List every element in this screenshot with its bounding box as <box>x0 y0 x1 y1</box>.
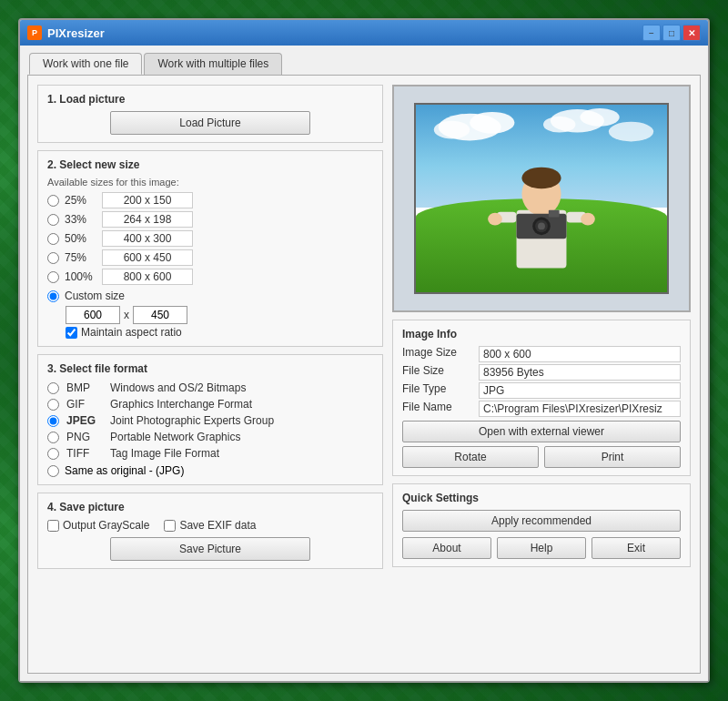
person-svg <box>416 105 667 292</box>
size-option-75: 75% 600 x 450 <box>47 249 373 267</box>
bottom-buttons: About Help Exit <box>402 537 681 559</box>
info-val-filename: C:\Program Files\PIXresizer\PIXresiz <box>479 401 681 417</box>
save-options: Output GrayScale Save EXIF data <box>47 519 373 532</box>
info-key-filename: File Name <box>402 401 475 417</box>
help-button[interactable]: Help <box>497 537 586 559</box>
size-section: 2. Select new size Available sizes for t… <box>37 150 383 347</box>
svg-point-10 <box>521 168 561 189</box>
maintain-aspect-label: Maintain aspect ratio <box>81 326 182 339</box>
grayscale-label: Output GrayScale <box>63 519 149 532</box>
section4-title: 4. Save picture <box>47 501 373 513</box>
section1-title: 1. Load picture <box>47 93 373 106</box>
about-button[interactable]: About <box>402 537 491 559</box>
info-key-filesize: File Size <box>402 364 475 381</box>
format-section: 3. Select file format BMP Windows and OS… <box>37 354 383 485</box>
format-jpeg: JPEG Joint Photographic Experts Group <box>47 413 373 428</box>
title-bar: P PIXresizer − □ ✕ <box>20 20 708 46</box>
custom-size-row: Custom size <box>47 290 373 302</box>
info-key-filetype: File Type <box>402 382 475 399</box>
exit-button[interactable]: Exit <box>592 537 681 559</box>
size-radio-25[interactable] <box>47 195 59 207</box>
format-radio-tiff[interactable] <box>47 448 59 460</box>
main-content: 1. Load picture Load Picture 2. Select n… <box>27 75 701 674</box>
close-button[interactable]: ✕ <box>682 25 701 41</box>
exif-option[interactable]: Save EXIF data <box>164 519 256 532</box>
format-radio-png[interactable] <box>47 432 59 443</box>
window-body: Work with one file Work with multiple fi… <box>20 46 708 681</box>
format-options: BMP Windows and OS/2 Bitmaps GIF Graphic… <box>47 381 373 461</box>
size-radio-100[interactable] <box>47 271 59 283</box>
svg-point-18 <box>538 222 545 229</box>
info-val-size: 800 x 600 <box>479 346 681 362</box>
size-radio-33[interactable] <box>47 214 59 226</box>
maintain-aspect-checkbox[interactable] <box>66 327 77 339</box>
load-section: 1. Load picture Load Picture <box>37 85 383 143</box>
app-icon: P <box>27 25 42 40</box>
save-section: 4. Save picture Output GrayScale Save EX… <box>37 493 383 569</box>
size-option-100: 100% 800 x 600 <box>47 268 373 286</box>
svg-point-13 <box>488 213 502 226</box>
exif-label: Save EXIF data <box>179 519 256 532</box>
sizes-label: Available sizes for this image: <box>47 177 373 188</box>
size-option-33: 33% 264 x 198 <box>47 210 373 229</box>
svg-rect-19 <box>549 210 560 218</box>
tabs-container: Work with one file Work with multiple fi… <box>24 49 704 75</box>
exif-checkbox[interactable] <box>164 520 176 532</box>
format-radio-gif[interactable] <box>47 399 59 411</box>
quick-settings-section: Quick Settings Apply recommended About H… <box>392 483 691 567</box>
custom-inputs: x <box>66 306 373 324</box>
format-png: PNG Portable Network Graphics <box>47 430 373 444</box>
size-option-25: 25% 200 x 150 <box>47 191 373 209</box>
preview-frame <box>392 85 691 312</box>
aspect-ratio-row: Maintain aspect ratio <box>66 326 373 339</box>
custom-width-input[interactable] <box>66 306 120 324</box>
maximize-button[interactable]: □ <box>662 25 681 41</box>
format-radio-jpeg[interactable] <box>47 415 59 427</box>
preview-canvas <box>416 105 667 292</box>
info-key-size: Image Size <box>402 346 475 362</box>
format-radio-same[interactable] <box>47 465 59 477</box>
svg-point-14 <box>581 213 595 226</box>
section3-title: 3. Select file format <box>47 362 373 375</box>
rotate-print-row: Rotate Print <box>402 446 681 468</box>
custom-height-input[interactable] <box>133 306 187 324</box>
right-panel: Image Info Image Size 800 x 600 File Siz… <box>392 85 691 664</box>
info-val-filetype: JPG <box>479 382 681 399</box>
rotate-button[interactable]: Rotate <box>402 446 539 468</box>
section2-title: 2. Select new size <box>47 158 373 171</box>
format-tiff: TIFF Tag Image File Format <box>47 446 373 461</box>
size-option-50: 50% 400 x 300 <box>47 229 373 248</box>
size-options: 25% 200 x 150 33% 264 x 198 50% 400 x 30… <box>47 191 373 286</box>
main-window: P PIXresizer − □ ✕ Work with one file Wo… <box>18 18 710 683</box>
quick-settings-title: Quick Settings <box>402 492 681 504</box>
load-picture-button[interactable]: Load Picture <box>110 111 310 135</box>
info-grid: Image Size 800 x 600 File Size 83956 Byt… <box>402 346 681 417</box>
grayscale-option[interactable]: Output GrayScale <box>47 519 149 532</box>
size-radio-50[interactable] <box>47 233 59 245</box>
minimize-button[interactable]: − <box>642 25 661 41</box>
save-picture-button[interactable]: Save Picture <box>110 537 310 561</box>
format-gif: GIF Graphics Interchange Format <box>47 397 373 411</box>
tab-single-file[interactable]: Work with one file <box>29 53 142 75</box>
format-radio-bmp[interactable] <box>47 382 59 394</box>
apply-recommended-button[interactable]: Apply recommended <box>402 510 681 532</box>
print-button[interactable]: Print <box>544 446 681 468</box>
x-separator: x <box>124 309 129 321</box>
left-panel: 1. Load picture Load Picture 2. Select n… <box>37 85 383 664</box>
same-as-original-row: Same as original - (JPG) <box>47 464 373 477</box>
format-bmp: BMP Windows and OS/2 Bitmaps <box>47 381 373 395</box>
custom-size-label: Custom size <box>65 290 125 302</box>
tab-multiple-files[interactable]: Work with multiple files <box>144 53 282 75</box>
grayscale-checkbox[interactable] <box>47 520 59 532</box>
title-controls: − □ ✕ <box>642 25 701 41</box>
size-radio-custom[interactable] <box>47 290 59 302</box>
title-bar-left: P PIXresizer <box>27 25 105 40</box>
image-info-section: Image Info Image Size 800 x 600 File Siz… <box>392 320 691 476</box>
open-viewer-button[interactable]: Open with external viewer <box>402 421 681 442</box>
size-radio-75[interactable] <box>47 252 59 264</box>
info-val-filesize: 83956 Bytes <box>479 364 681 381</box>
window-title: PIXresizer <box>47 26 105 40</box>
preview-image <box>414 103 669 294</box>
same-as-original-label: Same as original - (JPG) <box>65 464 184 477</box>
image-info-title: Image Info <box>402 328 681 340</box>
